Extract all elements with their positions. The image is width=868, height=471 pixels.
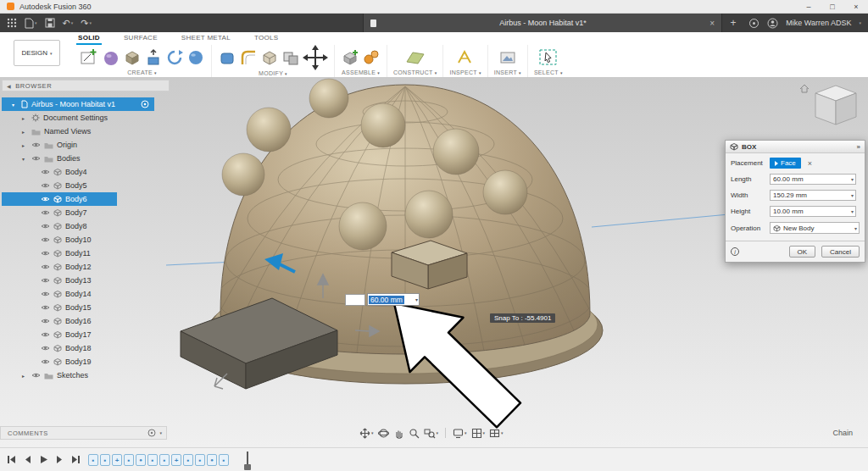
timeline-feature-icon[interactable] [159, 454, 170, 466]
visibility-eye-icon[interactable] [31, 141, 41, 148]
browser-item-sketches[interactable]: ▸ Sketches [2, 368, 170, 382]
browser-item-origin[interactable]: ▸ Origin [2, 138, 170, 152]
create-form-icon[interactable] [102, 48, 120, 67]
combine-icon[interactable] [281, 48, 300, 67]
expand-caret-icon[interactable]: ▸ [22, 373, 28, 379]
placement-face-chip[interactable]: Face [770, 158, 801, 169]
browser-item-named-views[interactable]: ▸ Named Views [2, 125, 170, 138]
visibility-eye-icon[interactable] [41, 182, 50, 189]
visibility-eye-icon[interactable] [41, 277, 50, 284]
construct-plane-icon[interactable] [404, 48, 426, 67]
clear-selection-icon[interactable]: × [808, 159, 812, 168]
browser-body-row[interactable]: Body15 [2, 301, 129, 314]
group-label-inspect[interactable]: INSPECT▾ [449, 69, 481, 77]
dropdown-caret-icon[interactable]: ▾ [851, 176, 854, 182]
visibility-eye-icon[interactable] [41, 236, 50, 243]
visibility-eye-icon[interactable] [41, 304, 50, 311]
visibility-eye-icon[interactable] [41, 169, 50, 175]
comment-bubble-icon[interactable] [147, 429, 156, 437]
group-label-insert[interactable]: INSERT▾ [494, 69, 521, 77]
dimension-spinner-caret[interactable]: ▾ [415, 296, 419, 302]
dropdown-caret-icon[interactable]: ▾ [851, 208, 854, 214]
browser-body-row[interactable]: Body5 [2, 179, 129, 192]
timeline-feature-icon[interactable] [171, 454, 181, 466]
dropdown-caret-icon[interactable]: ▾ [851, 192, 854, 198]
pan-tool-icon[interactable] [393, 428, 404, 439]
app-grid-icon[interactable] [7, 18, 17, 28]
browser-root-row[interactable]: ▾ Airbus - Moon Habitat v1 [2, 97, 154, 111]
step-forward-button[interactable] [55, 455, 64, 464]
viewports-icon[interactable]: ▾ [489, 428, 504, 439]
visibility-eye-icon[interactable] [41, 223, 50, 230]
play-button[interactable] [39, 455, 48, 464]
visibility-eye-icon[interactable] [41, 196, 50, 202]
browser-item-bodies[interactable]: ▾ Bodies [2, 152, 170, 165]
visibility-eye-icon[interactable] [41, 250, 50, 257]
browser-body-row[interactable]: Body18 [2, 341, 129, 355]
orbit-tool-icon[interactable]: ▾ [359, 428, 374, 439]
expand-caret-icon[interactable]: ▸ [22, 142, 28, 148]
move-copy-icon[interactable] [303, 45, 328, 70]
operation-select[interactable]: New Body ▾ [770, 222, 860, 234]
dialog-expand-icon[interactable]: » [857, 143, 860, 151]
timeline-feature-icon[interactable] [219, 454, 229, 466]
timeline-feature-icon[interactable] [124, 454, 134, 466]
press-pull-icon[interactable] [218, 48, 236, 67]
group-label-modify[interactable]: MODIFY▾ [259, 70, 287, 78]
dropdown-caret-icon[interactable]: ▾ [854, 225, 857, 231]
browser-body-row[interactable]: Body19 [2, 355, 129, 368]
shell-icon[interactable] [260, 48, 279, 67]
display-settings-icon[interactable]: ▾ [453, 428, 467, 439]
primitive-sphere-icon[interactable] [186, 48, 205, 67]
ribbon-tab[interactable]: SOLID [76, 32, 102, 45]
visibility-eye-icon[interactable] [41, 291, 50, 297]
comments-panel[interactable]: COMMENTS ▾ [0, 426, 167, 440]
timeline-feature-icon[interactable] [183, 454, 193, 466]
expand-caret-icon[interactable]: ▾ [22, 156, 28, 162]
timeline-feature-icon[interactable] [100, 454, 110, 466]
timeline-feature-icon[interactable] [207, 454, 217, 466]
visibility-eye-icon[interactable] [41, 358, 50, 365]
minimize-button[interactable]: – [797, 0, 821, 14]
expand-caret-icon[interactable]: ▸ [22, 129, 28, 135]
timeline-feature-icon[interactable] [147, 454, 158, 466]
dialog-field-input[interactable]: 150.29 mm ▾ [770, 190, 856, 201]
collapse-caret-icon[interactable]: ▾ [159, 430, 162, 435]
visibility-eye-icon[interactable] [41, 331, 50, 338]
dimension-aux-box[interactable] [345, 294, 365, 306]
primitive-box-icon[interactable] [123, 48, 142, 67]
save-icon[interactable] [45, 18, 55, 28]
browser-body-row[interactable]: Body17 [2, 328, 129, 341]
browser-body-row[interactable]: Body10 [2, 233, 129, 247]
new-component-icon[interactable] [341, 48, 359, 67]
group-label-assemble[interactable]: ASSEMBLE▾ [342, 69, 380, 77]
timeline-feature-icon[interactable] [112, 454, 122, 466]
measure-icon[interactable] [456, 48, 475, 67]
group-label-create[interactable]: CREATE▾ [127, 69, 157, 77]
joint-icon[interactable] [362, 48, 381, 67]
visibility-eye-icon[interactable] [31, 372, 41, 379]
browser-body-row[interactable]: Body4 [2, 165, 129, 179]
browser-body-row[interactable]: Body12 [2, 260, 129, 274]
look-at-tool-icon[interactable] [378, 428, 389, 439]
visibility-eye-icon[interactable] [41, 318, 50, 324]
visibility-eye-icon[interactable] [41, 263, 50, 270]
user-name[interactable]: Mike Warren ADSK [786, 19, 851, 27]
dimension-value[interactable]: 60.00 mm [369, 296, 404, 304]
visibility-eye-icon[interactable] [41, 345, 50, 352]
group-label-construct[interactable]: CONSTRUCT▾ [393, 69, 437, 77]
timeline-feature-icon[interactable] [136, 454, 146, 466]
document-tab[interactable]: Airbus - Moon Habitat v1* × [363, 14, 722, 32]
group-label-select[interactable]: SELECT▾ [534, 69, 563, 77]
revolve-icon[interactable] [165, 48, 184, 67]
new-tab-button[interactable]: + [726, 14, 741, 32]
maximize-button[interactable]: □ [821, 0, 844, 14]
extrude-icon[interactable] [144, 48, 163, 67]
ribbon-tab[interactable]: SURFACE [122, 32, 159, 45]
visibility-eye-icon[interactable] [41, 209, 50, 216]
ok-button[interactable]: OK [789, 246, 816, 258]
box-dialog-header[interactable]: BOX » [726, 141, 865, 153]
visibility-eye-icon[interactable] [31, 155, 41, 162]
zoom-window-tool-icon[interactable]: ▾ [424, 428, 439, 439]
create-sketch-icon[interactable] [79, 47, 99, 68]
